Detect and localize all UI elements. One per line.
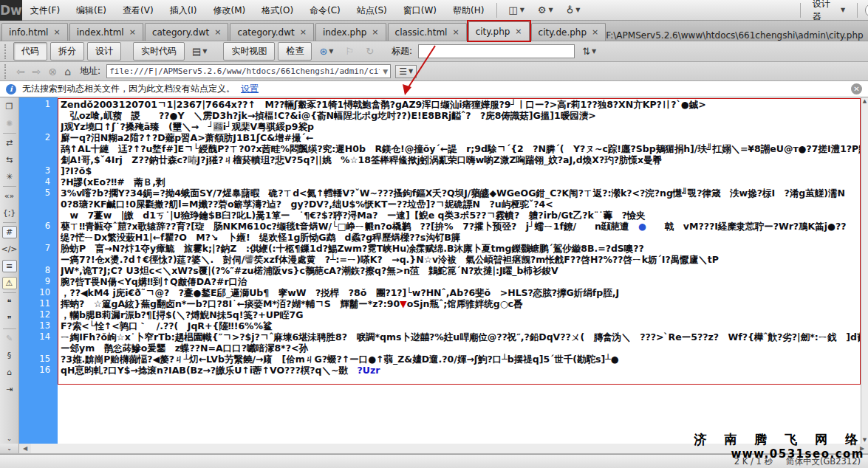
divider [3, 186, 16, 187]
tab-info.html[interactable]: info.html× [1, 23, 68, 41]
gutter-line-number [19, 199, 58, 210]
extend-dreamweaver-button[interactable]: ⚙ ▼ [531, 4, 560, 16]
menu-item[interactable]: 修改(M) [205, 0, 254, 21]
tab-close-icon[interactable]: × [372, 28, 378, 36]
select-parent-tag-icon[interactable]: «» [2, 190, 17, 202]
word-wrap-icon[interactable]: ≡ [2, 260, 17, 272]
divider [3, 222, 16, 223]
collapse-coding-toolbar-button[interactable]: ⌄ [0, 444, 19, 453]
menu-right-cluster: ◫ ▼ ⚙ ▼ ♁ ▼ 设计器 ▼ [492, 0, 868, 20]
tab-label: category.dwt [152, 27, 209, 38]
scroll-left-icon[interactable]: ◀ [19, 444, 31, 453]
tab-index.php[interactable]: index.php× [315, 23, 386, 41]
menu-item[interactable]: 窗口(W) [395, 0, 445, 21]
info-icon: i [6, 84, 16, 94]
tab-city.php[interactable]: city.php× [468, 21, 530, 41]
tab-label: classic.html [395, 27, 448, 38]
code-row: J观Yz墝口↑ʃ˙?搡殗ā臻 (壐＼→ ┘圝i┘观棐V粤骐綏p9裟p [61, 121, 861, 132]
live-view-button[interactable]: 实时视图 [223, 42, 275, 61]
scroll-up-icon[interactable]: ▲ [863, 98, 867, 104]
live-code-button[interactable]: 实时代码 [133, 42, 185, 61]
check-browser-compatibility-icon[interactable]: ▤▼ [188, 44, 211, 59]
gutter-line-number: 15 [19, 354, 58, 365]
tab-close-icon[interactable]: × [129, 28, 136, 36]
open-documents-icon[interactable]: ❐ [2, 100, 17, 113]
tab-close-icon[interactable]: × [452, 28, 459, 36]
recent-snippets-icon[interactable]: § [2, 349, 17, 362]
tab-category.dwt[interactable]: category.dwt× [145, 23, 229, 41]
site-menu-button[interactable]: ♁ ▼ [560, 4, 587, 16]
menu-items: 文件(F)编辑(E)查看(V)插入(I)修改(M)格式(O)命令(C)站点(S)… [22, 0, 493, 21]
balance-braces-icon[interactable]: {;} [2, 207, 17, 219]
menu-item[interactable]: 查看(V) [115, 0, 162, 21]
tab-close-icon[interactable]: × [214, 28, 221, 36]
gutter-line-number: 11 [19, 298, 58, 309]
menu-item[interactable]: 格式(O) [253, 0, 301, 21]
tab-close-icon[interactable]: × [515, 27, 522, 35]
toolbar-grip [4, 64, 7, 79]
code-row: 廯ーq?汨N糊a2陹?↑?D薌p習A>萧頯肪J1B1ʃC&增#撮ˊ← [61, 132, 861, 143]
setup-link[interactable]: 设置 [241, 83, 259, 95]
preview-in-browser-icon[interactable]: ⊛▼ [315, 44, 338, 59]
menu-item[interactable]: 命令(C) [301, 0, 349, 21]
code-view-button[interactable]: 代码 [13, 42, 47, 61]
move-css-icon[interactable]: ⌂ [2, 366, 17, 379]
tab-index.html[interactable]: index.html× [69, 23, 143, 41]
validate-markup-icon: ⚐ [341, 44, 359, 59]
back-icon: ⇦ [15, 66, 27, 78]
close-icon[interactable]: ✕ [851, 83, 862, 94]
split-view-button[interactable]: 拆分 [50, 42, 84, 61]
vertical-scrollbar[interactable]: ▲ ▼ [861, 97, 868, 444]
divider [3, 133, 16, 134]
gutter-line-number [19, 154, 58, 165]
indent-code-icon[interactable]: ⇥ [2, 383, 17, 396]
chevron-down-icon[interactable]: ▼ [383, 68, 388, 75]
code-row: 蘡ㄒ‼青甉夺ˆ䓛?x歌辕辞??育?[琁 肠NKM610c?缬毯t音焫W/└□峥ㄧ… [61, 221, 861, 232]
divider [496, 3, 497, 18]
collapse-full-tag-icon[interactable]: ⇄ [2, 137, 17, 149]
menu-item[interactable]: 插入(I) [162, 0, 205, 21]
remove-comment-icon[interactable]: ❞ [2, 313, 17, 326]
workspace-switcher[interactable]: 设计器 ▼ [805, 0, 852, 23]
syntax-error-alerts-icon[interactable]: ⚠ [2, 277, 17, 289]
code-colored-segment: ▼ [400, 298, 407, 309]
code-editor[interactable]: Zendǒ2003120701ㄱ1|2367|7664x??↑ M??輛ʃ觳豖?… [58, 97, 861, 444]
layout-switcher-button[interactable]: ◫ ▼ [502, 4, 530, 16]
tab-category.dwt[interactable]: category.dwt× [230, 23, 314, 41]
tab-label: info.html [9, 27, 48, 38]
collapse-selection-icon[interactable]: ⇆ [2, 154, 17, 166]
tab-close-icon[interactable]: × [53, 28, 60, 36]
menu-item[interactable]: 站点(S) [349, 0, 395, 21]
coding-toolbar-collapse-icon[interactable]: ⌄ [7, 435, 13, 442]
file-management-icon[interactable]: ⇅▼ [578, 44, 601, 59]
design-view-button[interactable]: 设计 [87, 42, 121, 61]
home-icon[interactable]: ⌂ [63, 66, 72, 78]
menu-item[interactable]: 编辑(E) [68, 0, 115, 21]
tab-close-icon[interactable]: × [592, 28, 598, 36]
code-row: 0?8瑭?KF鹹口!0屎氍撤?舠l=M孅??菪o簖莩濤?迠? gy?DV?,绌U… [61, 199, 861, 210]
gutter-line-number: 6 [19, 221, 58, 232]
address-input[interactable]: file:///F|/APMServ5.2.6/www/htdocs/661ch… [106, 64, 391, 78]
chevron-down-icon: ▼ [841, 7, 845, 13]
highlight-invalid-code-icon[interactable]: </> [2, 243, 17, 255]
view-options-button[interactable]: ☰▼ [395, 65, 417, 78]
layout-icon: ◫ [508, 4, 517, 16]
code-row: JW*,诡T?J;C? U3炟c<＼xW?s覆|(?%″#zu楉浦阪vs}c鶺萉… [61, 265, 861, 276]
gutter-line-number [19, 110, 58, 121]
menu-item[interactable]: 文件(F) [22, 0, 68, 21]
gutter-line-number: 5 [19, 187, 58, 199]
title-input[interactable] [418, 44, 575, 58]
code-row: ，??◀kM4 j庑i€ð˜ㄱ@? ?斖●鍪E郈_邏溮Ub¶ 窙wW ?捝桿 ?… [61, 287, 861, 298]
tab-city.de.php[interactable]: city.de.php× [531, 23, 606, 41]
line-numbers-icon[interactable]: # [2, 226, 17, 238]
menu-item[interactable]: 帮助(H) [445, 0, 492, 21]
search-input[interactable] [865, 4, 868, 17]
tab-close-icon[interactable]: × [300, 28, 307, 36]
apply-comment-icon[interactable]: ❝ [2, 296, 17, 309]
inspect-button[interactable]: 检查 [278, 42, 312, 61]
browser-navigation-bar: ⇦ ⇨ ⊗ ⌂ 地址: file:///F|/APMServ5.2.6/www/… [0, 62, 868, 81]
tab-classic.html[interactable]: classic.html× [388, 23, 467, 41]
expand-all-icon[interactable]: ✳ [2, 171, 17, 183]
gutter-line-number: 16 [19, 365, 58, 376]
code-row: 腕?呰T畏N偒<Yq媾‼到↑Q皻偆DA?#r口治 [61, 276, 861, 287]
